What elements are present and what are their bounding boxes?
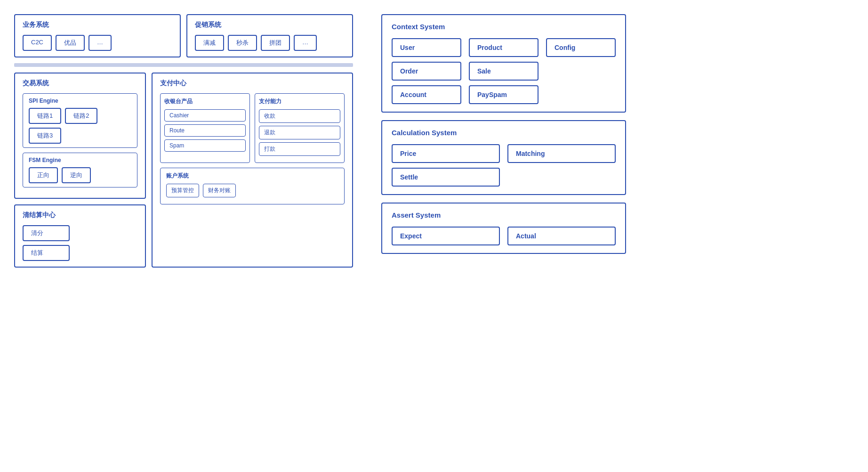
- trade-system-box: 交易系统 SPI Engine 链路1 链路2 链路3 FSM Engine 正…: [14, 73, 146, 199]
- clear-center-box: 清结算中心 清分 结算: [14, 204, 146, 268]
- business-chip-row: C2C 优品 …: [23, 35, 172, 51]
- promo-chip-row: 满减 秒杀 拼团 …: [195, 35, 345, 51]
- chip-payspam: PaySpam: [469, 85, 538, 104]
- chip-user: User: [392, 38, 461, 57]
- fsm-title: FSM Engine: [29, 157, 131, 163]
- left-panel: 业务系统 C2C 优品 … 促销系统 满减 秒杀 拼团 … 交易系统: [14, 14, 353, 458]
- chip-account: Account: [392, 85, 461, 104]
- promo-system-title: 促销系统: [195, 21, 345, 29]
- chip-budget: 预算管控: [166, 184, 199, 197]
- payment-center-box: 支付中心 收银台产品 Cashier Route Spam 支付能力 收款 退款…: [152, 73, 353, 268]
- separator-bar: [14, 63, 353, 67]
- trade-system-title: 交易系统: [23, 79, 137, 88]
- context-row1: User Product Config: [392, 38, 616, 57]
- payment-inner-row: 收银台产品 Cashier Route Spam 支付能力 收款 退款 打款: [160, 93, 345, 163]
- calc-row2: Settle: [392, 168, 616, 187]
- chip-more2: …: [294, 35, 317, 51]
- fsm-engine-box: FSM Engine 正向 逆向: [23, 153, 137, 187]
- chip-tuikuan: 退款: [259, 126, 340, 139]
- assert-row1: Expect Actual: [392, 227, 616, 245]
- fsm-chip-row: 正向 逆向: [29, 167, 131, 183]
- chip-youpin: 优品: [56, 35, 85, 51]
- chip-price: Price: [392, 144, 500, 163]
- chip-product: Product: [469, 38, 538, 57]
- chip-reverse: 逆向: [62, 167, 91, 183]
- chip-route2: 链路2: [65, 108, 97, 124]
- payment-ability-box: 支付能力 收款 退款 打款: [255, 93, 345, 163]
- chip-order: Order: [392, 62, 461, 81]
- account-inner-title: 账户系统: [166, 172, 338, 180]
- chip-route: Route: [164, 124, 246, 137]
- cashier-sub-box: 收银台产品 Cashier Route Spam: [160, 93, 250, 163]
- chip-cashier: Cashier: [164, 109, 246, 122]
- chip-jiesuan: 结算: [23, 245, 70, 261]
- promo-system-box: 促销系统 满减 秒杀 拼团 …: [186, 14, 353, 57]
- right-panel: Context System User Product Config Order…: [381, 14, 626, 458]
- spi-engine-box: SPI Engine 链路1 链路2 链路3: [23, 93, 137, 148]
- context-row2: Order Sale: [392, 62, 616, 81]
- chip-route1: 链路1: [29, 108, 61, 124]
- context-system-title: Context System: [392, 23, 616, 31]
- context-system-box: Context System User Product Config Order…: [381, 14, 626, 113]
- chip-spam: Spam: [164, 139, 246, 152]
- chip-group: 拼团: [261, 35, 290, 51]
- chip-forward: 正向: [29, 167, 58, 183]
- calculation-system-title: Calculation System: [392, 129, 616, 137]
- chip-sale: Sale: [469, 62, 538, 81]
- chip-manjian: 满减: [195, 35, 224, 51]
- chip-matching: Matching: [507, 144, 616, 163]
- chip-dakuan: 打款: [259, 142, 340, 156]
- cashier-title: 收银台产品: [164, 98, 246, 106]
- assert-system-box: Assert System Expect Actual: [381, 203, 626, 254]
- calculation-system-box: Calculation System Price Matching Settle: [381, 120, 626, 195]
- account-inner-box: 账户系统 预算管控 财务对账: [160, 168, 345, 204]
- payment-ability-title: 支付能力: [259, 98, 340, 106]
- chip-qingfen: 清分: [23, 225, 70, 241]
- left-col: 交易系统 SPI Engine 链路1 链路2 链路3 FSM Engine 正…: [14, 73, 146, 268]
- chip-c2c: C2C: [23, 35, 52, 51]
- chip-settle: Settle: [392, 168, 500, 187]
- chip-expect: Expect: [392, 227, 500, 245]
- chip-finance: 财务对账: [203, 184, 236, 197]
- bottom-row: 交易系统 SPI Engine 链路1 链路2 链路3 FSM Engine 正…: [14, 73, 353, 268]
- top-row: 业务系统 C2C 优品 … 促销系统 满减 秒杀 拼团 …: [14, 14, 353, 57]
- chip-actual: Actual: [507, 227, 616, 245]
- chip-seckill: 秒杀: [228, 35, 257, 51]
- payment-center-title: 支付中心: [160, 79, 345, 88]
- chip-config: Config: [546, 38, 616, 57]
- business-system-title: 业务系统: [23, 21, 172, 29]
- chip-route3: 链路3: [29, 128, 61, 144]
- account-chip-row: 预算管控 财务对账: [166, 184, 338, 200]
- context-row3: Account PaySpam: [392, 85, 616, 104]
- spi-chip-row: 链路1 链路2 链路3: [29, 108, 131, 144]
- clear-center-title: 清结算中心: [23, 211, 137, 220]
- calc-row1: Price Matching: [392, 144, 616, 163]
- chip-more1: …: [88, 35, 112, 51]
- assert-system-title: Assert System: [392, 211, 616, 219]
- business-system-box: 业务系统 C2C 优品 …: [14, 14, 181, 57]
- spi-title: SPI Engine: [29, 98, 131, 104]
- chip-shoukuan: 收款: [259, 109, 340, 123]
